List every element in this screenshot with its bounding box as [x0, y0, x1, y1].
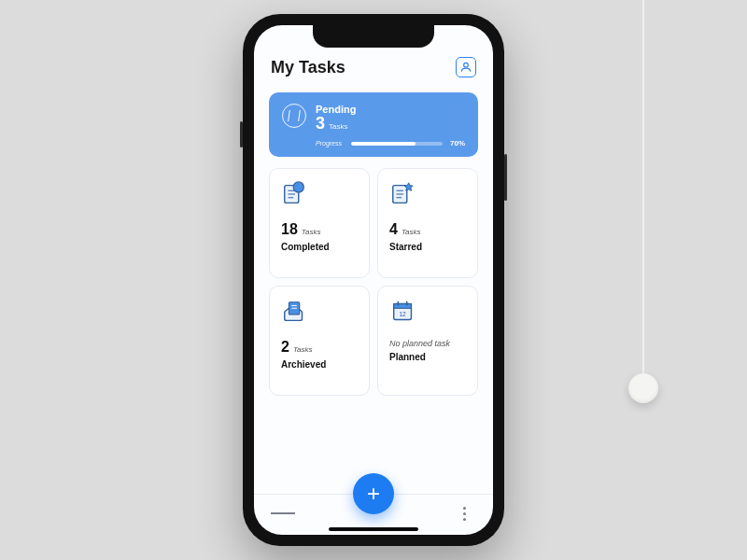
starred-list-icon — [389, 180, 417, 208]
completed-title: Completed — [281, 242, 358, 252]
profile-icon — [459, 61, 472, 74]
app-screen: My Tasks Pending 3 Tasks Progress — [254, 25, 493, 535]
tile-completed[interactable]: 18 Tasks Completed — [269, 168, 370, 278]
starred-unit: Tasks — [402, 228, 421, 236]
hamburger-menu-button[interactable] — [271, 501, 295, 525]
bottom-bar: + — [254, 473, 493, 535]
progress-bar — [351, 142, 443, 146]
planned-empty: No planned task — [389, 339, 466, 348]
svg-rect-14 — [394, 304, 412, 309]
starred-title: Starred — [389, 242, 466, 252]
archived-title: Archieved — [281, 359, 358, 370]
tiles-grid: 18 Tasks Completed 4 Tas — [269, 168, 478, 396]
phone-notch — [313, 25, 434, 48]
phone-frame: My Tasks Pending 3 Tasks Progress — [243, 14, 504, 546]
archive-icon — [281, 298, 309, 326]
tile-archived[interactable]: 2 Tasks Archieved — [269, 286, 370, 396]
page-title: My Tasks — [271, 58, 345, 77]
tile-planned[interactable]: 12 No planned task Planned — [377, 286, 478, 396]
svg-text:12: 12 — [399, 311, 406, 317]
archived-count: 2 — [281, 339, 289, 356]
checklist-icon — [281, 180, 309, 208]
completed-unit: Tasks — [302, 228, 321, 236]
svg-point-0 — [464, 63, 469, 67]
tile-starred[interactable]: 4 Tasks Starred — [377, 168, 478, 278]
starred-count: 4 — [389, 221, 398, 238]
decorative-knob — [628, 373, 658, 403]
pending-unit: Tasks — [329, 122, 347, 131]
plus-icon: + — [367, 481, 380, 507]
profile-button[interactable] — [456, 57, 476, 77]
home-indicator — [329, 527, 418, 531]
planned-title: Planned — [389, 352, 466, 362]
completed-count: 18 — [281, 221, 298, 238]
more-options-button[interactable] — [452, 501, 476, 525]
archived-unit: Tasks — [293, 345, 313, 354]
add-task-button[interactable]: + — [353, 473, 394, 514]
svg-point-5 — [293, 182, 303, 192]
hourglass-icon — [282, 104, 306, 128]
progress-percent: 70% — [450, 139, 465, 147]
calendar-icon: 12 — [389, 298, 417, 326]
progress-fill — [351, 142, 416, 146]
progress-label: Progress — [316, 140, 342, 147]
decorative-track — [642, 0, 644, 388]
pending-card[interactable]: Pending 3 Tasks Progress 70% — [269, 92, 478, 157]
pending-count: 3 — [316, 114, 325, 133]
